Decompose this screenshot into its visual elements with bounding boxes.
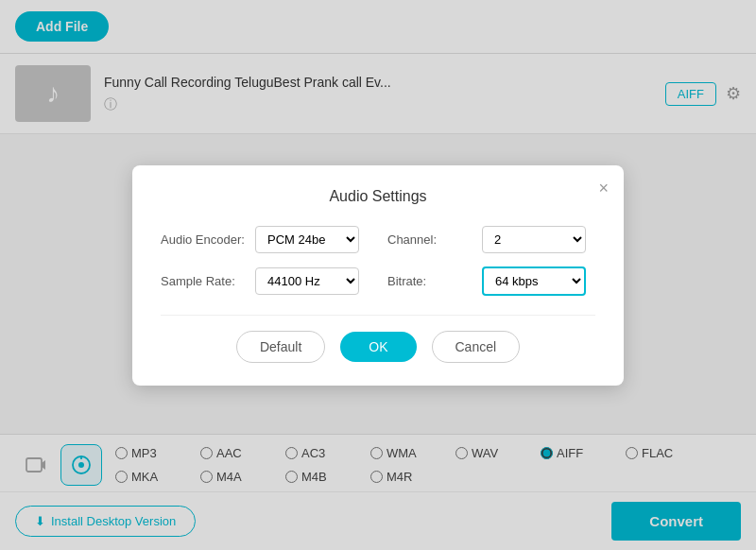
cancel-button[interactable]: Cancel — [432, 331, 521, 363]
modal-actions: Default OK Cancel — [161, 331, 595, 363]
sample-rate-select[interactable]: 44100 Hz 22050 Hz 48000 Hz — [255, 267, 359, 295]
modal-close-button[interactable]: × — [598, 179, 609, 198]
channel-row: Channel: 2 1 — [387, 226, 595, 253]
bitrate-select[interactable]: 64 kbps 128 kbps 256 kbps 320 kbps — [482, 266, 586, 296]
audio-encoder-select[interactable]: PCM 24be PCM 16be PCM 8bit — [255, 226, 359, 253]
channel-select[interactable]: 2 1 — [482, 226, 586, 253]
settings-grid: Audio Encoder: PCM 24be PCM 16be PCM 8bi… — [161, 226, 595, 296]
audio-encoder-row: Audio Encoder: PCM 24be PCM 16be PCM 8bi… — [161, 226, 369, 253]
sample-rate-row: Sample Rate: 44100 Hz 22050 Hz 48000 Hz — [161, 266, 369, 296]
modal-overlay: × Audio Settings Audio Encoder: PCM 24be… — [0, 0, 756, 550]
audio-encoder-label: Audio Encoder: — [161, 232, 246, 247]
bitrate-row: Bitrate: 64 kbps 128 kbps 256 kbps 320 k… — [387, 266, 595, 296]
channel-label: Channel: — [387, 232, 472, 247]
modal-divider — [161, 315, 595, 316]
bitrate-label: Bitrate: — [387, 274, 472, 288]
default-button[interactable]: Default — [236, 331, 325, 363]
audio-settings-modal: × Audio Settings Audio Encoder: PCM 24be… — [132, 165, 624, 386]
ok-button[interactable]: OK — [340, 332, 416, 362]
sample-rate-label: Sample Rate: — [161, 274, 246, 288]
modal-title: Audio Settings — [161, 188, 595, 205]
